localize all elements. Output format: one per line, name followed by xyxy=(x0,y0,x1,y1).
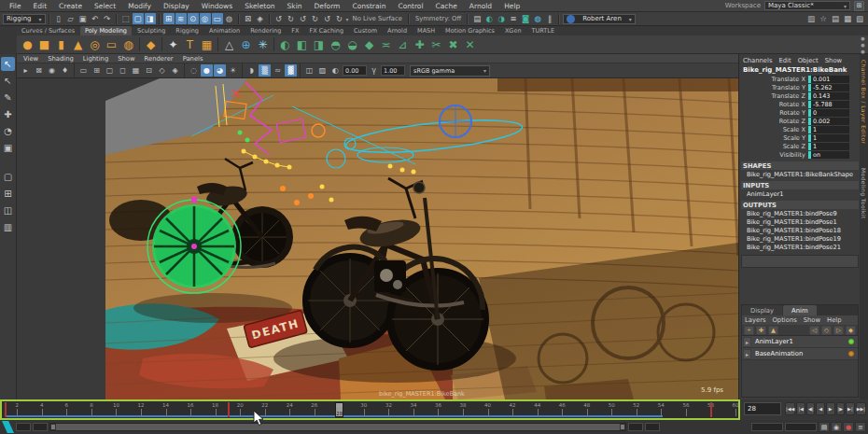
symmetry-label[interactable]: Symmetry: Off xyxy=(413,15,464,22)
poly-cylinder-icon[interactable]: ▮ xyxy=(53,36,69,52)
lasso-select-tool[interactable]: ↖ xyxy=(1,74,15,88)
extrude-icon[interactable]: ⊿ xyxy=(395,36,411,52)
shelf-tab[interactable]: Poly Modeling xyxy=(80,26,132,35)
gamma-icon[interactable]: γ xyxy=(368,64,380,77)
channel-label[interactable]: Scale Y xyxy=(741,134,808,142)
lights-icon[interactable]: ☀ xyxy=(227,64,239,77)
layer-editor-menu-item[interactable]: Help xyxy=(827,316,842,324)
BaseAnimation[interactable]: ▸ BaseAnimation xyxy=(742,348,858,360)
user-account-menu[interactable]: Robert Aren ▾ xyxy=(563,14,636,24)
shelf-tab[interactable]: FX Caching xyxy=(305,26,349,35)
scale-tool[interactable]: ▣ xyxy=(1,141,15,155)
character-set-icon[interactable]: ◉ xyxy=(831,422,842,432)
layer-expand-arrow[interactable]: ▸ xyxy=(743,349,751,359)
shelf-tab[interactable]: Motion Graphics xyxy=(441,26,499,35)
construction-history-icon[interactable]: ↺ xyxy=(298,13,309,24)
layer-name[interactable]: AnimLayer1 xyxy=(752,338,793,345)
channel-box-menu-item[interactable]: Object xyxy=(798,57,819,64)
paint-select-tool[interactable]: ✎ xyxy=(1,91,15,105)
evaluation-icon[interactable]: ↺ xyxy=(322,13,333,24)
safe-title-icon[interactable]: ◈ xyxy=(169,64,181,77)
multi-cut-icon[interactable]: ✂ xyxy=(428,36,444,52)
channel-label[interactable]: Scale Z xyxy=(741,143,808,150)
playback-end-field[interactable] xyxy=(628,423,643,431)
inputs-to-selected-icon[interactable]: ↺ xyxy=(273,13,285,24)
render-settings-icon[interactable]: ≡ xyxy=(508,13,519,24)
textured-icon[interactable]: ◕ xyxy=(214,64,226,77)
channel-label[interactable]: Rotate Z xyxy=(741,118,808,125)
extract-layer-icon[interactable]: ▷ xyxy=(833,326,844,335)
shelf-tab[interactable]: XGen xyxy=(500,26,526,35)
keyframe-marker[interactable] xyxy=(5,402,7,417)
separate-icon[interactable]: ◨ xyxy=(311,36,327,52)
viewport-canvas[interactable]: DEATH xyxy=(17,78,738,399)
channel-value-field[interactable]: -5.788 xyxy=(808,101,849,108)
shape-node-item[interactable]: Bike_rig_MASTER1:BikeBankShape xyxy=(741,170,859,178)
svg-import-icon[interactable]: ▦ xyxy=(199,36,215,52)
menu-item[interactable]: Select xyxy=(89,2,121,10)
channel-value-field[interactable]: 0.143 xyxy=(808,92,849,100)
channel-label[interactable]: Visibility xyxy=(741,151,808,159)
camera-attributes-icon[interactable]: ◉ xyxy=(46,64,58,77)
playback-start-field[interactable] xyxy=(33,423,48,431)
AnimLayer1[interactable]: ▸ AnimLayer1 xyxy=(742,336,858,348)
range-slider-bar[interactable] xyxy=(49,423,626,431)
snap-to-points-icon[interactable]: ⊙ xyxy=(188,13,199,24)
layout-two-pane[interactable]: ◫ xyxy=(1,203,15,217)
humanik-toggle-icon[interactable]: ☆ xyxy=(818,13,829,24)
shelf-tab[interactable]: Rendering xyxy=(245,26,286,35)
isolate-select-icon[interactable]: ◫ xyxy=(303,64,315,77)
ipr-render-icon[interactable]: ◑ xyxy=(496,13,507,24)
step-forward-frame-button[interactable]: ▶| xyxy=(846,402,855,415)
render-view-icon[interactable]: ▤ xyxy=(471,13,483,24)
snap-to-grid-icon[interactable]: ⊞ xyxy=(163,13,175,24)
layer-status-led[interactable] xyxy=(848,339,854,344)
exposure-icon[interactable]: ◐ xyxy=(329,64,342,77)
target-weld-icon[interactable]: ⊕ xyxy=(238,36,254,52)
play-backwards-button[interactable]: ◀ xyxy=(816,402,825,415)
channel-value-field[interactable]: 1 xyxy=(808,134,849,142)
auto-keyframe-icon[interactable]: ● xyxy=(843,422,854,432)
hypershade-icon[interactable]: ◙ xyxy=(520,13,531,24)
panel-menu-item[interactable]: Lighting xyxy=(79,55,112,63)
output-node-item[interactable]: Bike_rig_MASTER1:bindPose19 xyxy=(741,234,859,243)
channel-value-field[interactable]: on xyxy=(808,151,849,159)
select-tool[interactable]: ↖ xyxy=(1,57,15,71)
workspace-selector[interactable]: Maya Classic*▾ xyxy=(764,1,850,10)
poly-cone-icon[interactable]: ▲ xyxy=(70,36,86,52)
channel-label[interactable]: Translate Z xyxy=(741,92,808,100)
panel-menu-item[interactable]: Panels xyxy=(179,55,207,63)
quad-draw-icon[interactable]: △ xyxy=(221,36,237,52)
output-node-item[interactable]: Bike_rig_MASTER1:bindPose21 xyxy=(741,243,859,251)
modeling-toolkit-toggle-icon[interactable]: ▥ xyxy=(805,13,817,24)
key-layer-icon[interactable]: ◇ xyxy=(821,326,832,335)
lock-selection-icon[interactable]: ⊠ xyxy=(243,13,254,24)
rotate-tool[interactable]: ◔ xyxy=(1,124,15,138)
cycle-check-icon[interactable]: ↻ xyxy=(334,13,345,24)
gamma-field[interactable]: 1.00 xyxy=(381,65,405,76)
character-set-menu[interactable] xyxy=(751,423,783,431)
create-layer-from-selected-icon[interactable]: ✚ xyxy=(756,326,766,335)
poly-plane-icon[interactable]: ▭ xyxy=(104,36,119,52)
anim-layer-menu[interactable] xyxy=(785,423,817,431)
time-slider[interactable]: 2468101214161820222426283032343638404244… xyxy=(0,399,740,420)
select-component-icon[interactable]: ◨ xyxy=(145,13,156,24)
field-chart-icon[interactable]: ⊡ xyxy=(143,64,155,77)
step-forward-key-button[interactable]: |▶ xyxy=(836,402,846,415)
open-scene-icon[interactable]: ▱ xyxy=(65,13,77,24)
bridge-icon[interactable]: ≍ xyxy=(378,36,394,52)
channel-label[interactable]: Rotate X xyxy=(741,101,808,108)
motion-blur-icon[interactable]: ≈ xyxy=(272,64,284,77)
layer-status-led[interactable] xyxy=(848,351,854,357)
highlight-affected-icon[interactable]: ◈ xyxy=(255,13,266,24)
shadows-icon[interactable]: ◗ xyxy=(245,64,258,77)
output-node-item[interactable]: Bike_rig_MASTER1:bindPose9 xyxy=(741,209,859,217)
menu-item[interactable]: Help xyxy=(498,2,525,10)
view-transform-selector[interactable]: sRGB gamma▾ xyxy=(410,65,490,77)
menu-item[interactable]: Windows xyxy=(196,2,238,10)
menu-set-selector[interactable]: Rigging▾ xyxy=(3,14,46,24)
create-empty-layer-icon[interactable]: ＋ xyxy=(744,326,754,335)
history-toggle-icon[interactable]: ↻ xyxy=(310,13,321,24)
shelf-tab[interactable]: FX xyxy=(287,26,303,35)
layer-editor-menu-item[interactable]: Options xyxy=(773,316,797,324)
